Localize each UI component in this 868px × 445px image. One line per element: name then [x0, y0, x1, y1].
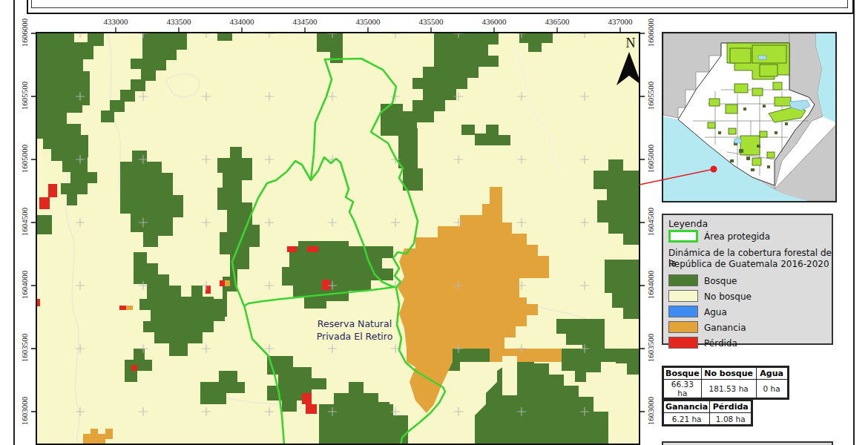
x-axis-label: 436500: [531, 17, 583, 26]
y-axis-label: 1604000: [646, 259, 655, 311]
change-header-ganancia: Ganancia: [664, 401, 710, 413]
reserve-name-line2: Privada El Retiro: [297, 330, 412, 343]
change-value-perdida: 1.08 ha: [710, 413, 752, 425]
x-axis-label: 435500: [405, 17, 457, 26]
no-forest-legend-label: No bosque: [704, 291, 752, 302]
gain-swatch: [668, 321, 698, 333]
reserve-name-line1: Reserva Natural: [297, 317, 412, 330]
loss-swatch: [668, 337, 698, 349]
y-axis-label: 1605000: [20, 133, 29, 185]
grid-crosses: [37, 33, 639, 444]
legend-title: Leyenda: [668, 218, 708, 229]
y-axis-label: 1603500: [646, 322, 655, 374]
protected-area-label: Área protegida: [704, 231, 770, 242]
coverage-value-no-bosque: 181.53 ha: [701, 380, 756, 398]
x-axis-label: 434500: [279, 17, 331, 26]
main-map[interactable]: Reserva Natural Privada El Retiro N: [36, 32, 640, 445]
y-axis-label: 1603500: [20, 322, 29, 374]
north-label: N: [622, 36, 640, 51]
inset-map-canvas: [663, 33, 835, 201]
layout-title-box-inner: [31, 0, 848, 8]
gain-legend-label: Ganancia: [704, 323, 746, 333]
water-legend-label: Agua: [704, 307, 727, 317]
change-value-ganancia: 6.21 ha: [664, 413, 710, 425]
y-axis-label: 1606000: [20, 7, 29, 59]
coverage-table: Bosque No bosque Agua 66.33 ha 181.53 ha…: [662, 366, 789, 400]
change-table-header-row: Ganancia Pérdida: [664, 401, 752, 413]
coverage-header-agua: Agua: [756, 368, 787, 380]
coverage-value-agua: 0 ha: [756, 380, 787, 398]
y-axis-label: 1604000: [20, 259, 29, 311]
legend-panel: Leyenda Área protegida Dinámica de la co…: [662, 214, 833, 345]
coverage-table-header-row: Bosque No bosque Agua: [664, 368, 788, 380]
y-axis-label: 1606000: [646, 7, 655, 59]
legend-dynamics-line2: República de Guatemala 2016-2020: [668, 259, 829, 269]
forest-swatch: [668, 274, 698, 286]
coverage-table-value-row: 66.33 ha 181.53 ha 0 ha: [664, 380, 788, 398]
x-axis-label: 436000: [468, 17, 520, 26]
reserve-name-label: Reserva Natural Privada El Retiro: [297, 317, 412, 343]
bottom-panel-partial: [662, 441, 833, 445]
y-axis-label: 1605500: [646, 70, 655, 122]
x-axis-label: 435000: [342, 17, 394, 26]
x-axis-label: 437000: [594, 17, 646, 26]
x-axis-label: 433000: [90, 17, 142, 26]
y-axis-label: 1603000: [20, 385, 29, 437]
coverage-value-bosque: 66.33 ha: [664, 380, 702, 398]
change-table-value-row: 6.21 ha 1.08 ha: [664, 413, 752, 425]
no-forest-swatch: [668, 290, 698, 302]
loss-legend-label: Pérdida: [704, 338, 737, 349]
x-axis-label: 434000: [216, 17, 268, 26]
water-swatch: [668, 306, 698, 317]
forest-legend-label: Bosque: [704, 276, 737, 286]
guatemala-inset-map[interactable]: [662, 32, 837, 202]
change-header-perdida: Pérdida: [710, 401, 752, 413]
y-axis-label: 1605500: [20, 70, 29, 122]
layout-outer-border-left: [13, 0, 15, 445]
forest-cover-map-canvas: [37, 33, 639, 444]
protected-area-swatch: [668, 230, 698, 243]
y-axis-label: 1604500: [646, 196, 655, 248]
change-table: Ganancia Pérdida 6.21 ha 1.08 ha: [662, 399, 753, 426]
layout-outer-border-right: [853, 0, 855, 445]
coverage-header-bosque: Bosque: [664, 368, 702, 380]
x-axis-label: 433500: [153, 17, 205, 26]
y-axis-label: 1604500: [20, 196, 29, 248]
y-axis-label: 1603000: [646, 385, 655, 437]
coverage-header-no-bosque: No bosque: [701, 368, 756, 380]
y-axis-label: 1605000: [646, 133, 655, 185]
